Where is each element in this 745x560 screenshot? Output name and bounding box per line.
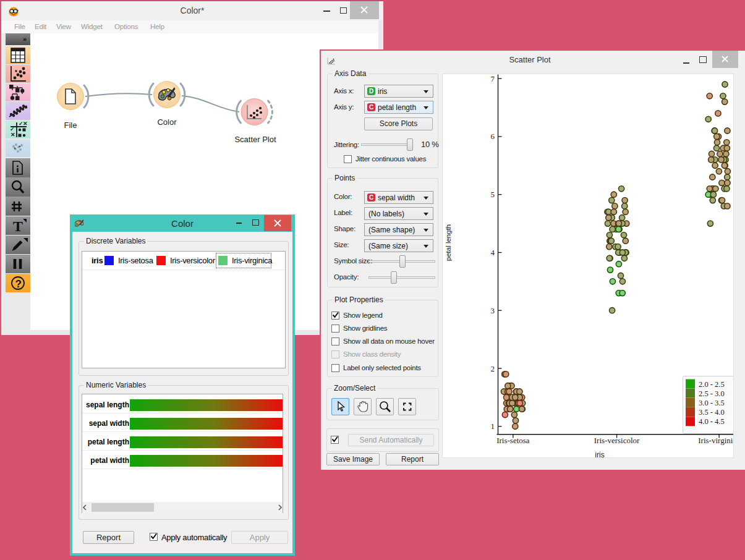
svg-text:File: File [64, 121, 77, 130]
svg-text:Scatter Plot: Scatter Plot [234, 135, 276, 144]
svg-text:✕: ✕ [11, 132, 15, 138]
svg-text:Iris-virginica: Iris-virginica [698, 436, 733, 445]
svg-text:?: ? [15, 278, 22, 290]
svg-text:2.0 - 2.5: 2.0 - 2.5 [699, 380, 725, 389]
svg-text:3.0 - 3.5: 3.0 - 3.5 [699, 399, 725, 407]
svg-text:2: 2 [491, 364, 495, 373]
svg-text:4: 4 [491, 248, 495, 257]
svg-text:T: T [13, 218, 23, 234]
svg-text:7: 7 [491, 74, 495, 83]
svg-text:petal length: petal length [445, 224, 452, 261]
svg-text:Color: Color [157, 117, 177, 127]
svg-text:3.5 - 4.0: 3.5 - 4.0 [699, 408, 725, 417]
svg-text:2.5 - 3.0: 2.5 - 3.0 [699, 389, 725, 398]
svg-text:5: 5 [491, 190, 495, 199]
svg-text:iris: iris [595, 451, 604, 457]
svg-text:4.0 - 4.5: 4.0 - 4.5 [699, 417, 725, 426]
svg-text:1: 1 [491, 422, 495, 431]
svg-text:3: 3 [491, 306, 495, 315]
svg-text:Iris-versicolor: Iris-versicolor [594, 436, 640, 445]
svg-text:✕: ✕ [23, 121, 28, 127]
svg-text:6: 6 [491, 132, 495, 141]
svg-text:Iris-setosa: Iris-setosa [496, 436, 530, 445]
